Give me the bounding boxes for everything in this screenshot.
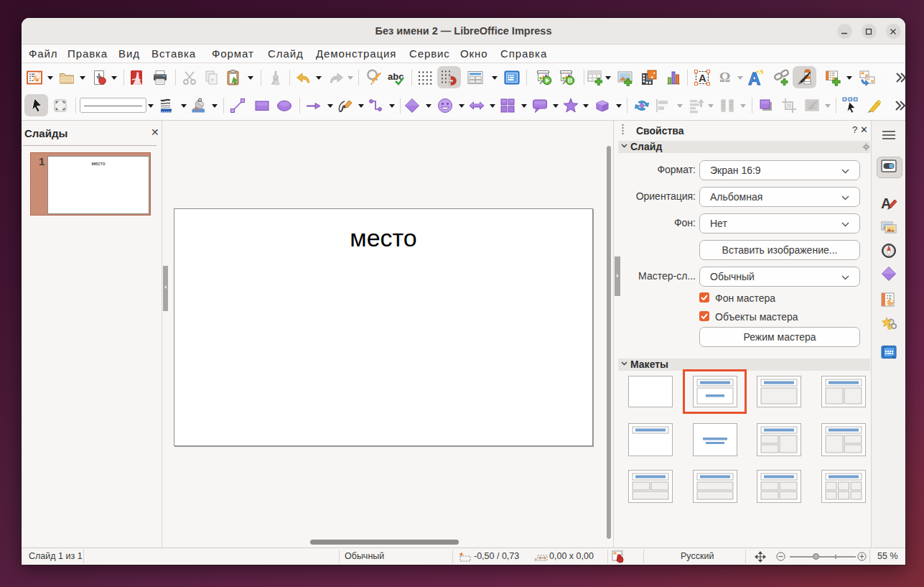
svg-text:Ω: Ω: [719, 70, 730, 85]
svg-text:A: A: [748, 69, 760, 86]
svg-text:x: x: [534, 556, 537, 562]
svg-text:A: A: [881, 195, 891, 211]
svg-text:A: A: [699, 72, 706, 84]
